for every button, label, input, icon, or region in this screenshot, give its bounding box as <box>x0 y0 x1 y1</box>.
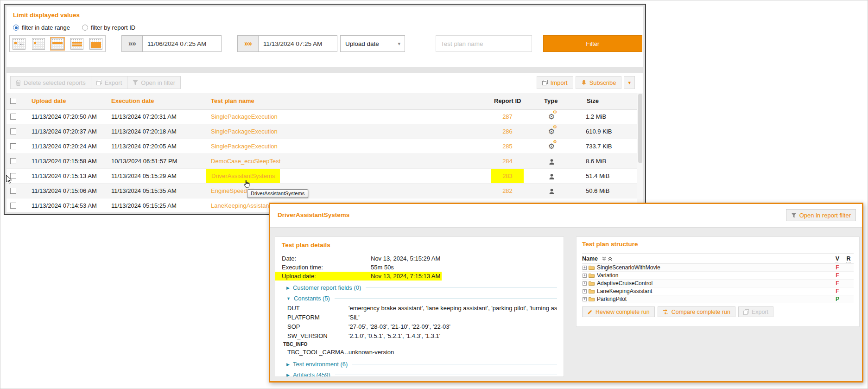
cell-upload-date: 11/13/2024 07:15:13 AM <box>32 169 97 183</box>
expand-node-icon[interactable]: + <box>583 289 587 293</box>
filter-button[interactable]: Filter <box>543 35 642 52</box>
cell-upload-date: 11/13/2024 07:14:53 AM <box>32 198 97 212</box>
section-label: Constants (5) <box>294 295 330 302</box>
triangle-down-icon: ▼ <box>286 296 291 301</box>
calendar-day-icon[interactable] <box>32 38 45 50</box>
import-button[interactable]: Import <box>537 76 573 89</box>
subscribe-menu-button[interactable]: ▾ <box>624 76 635 89</box>
cell-test-plan-link[interactable]: LaneKeepingAssistant <box>211 198 271 212</box>
section-toggle[interactable]: ▶Test environment (6) <box>286 361 557 368</box>
section-toggle[interactable]: ▶Customer report fields (0) <box>286 284 557 291</box>
triangle-right-icon: ▶ <box>286 286 290 290</box>
tree-node-name[interactable]: AdaptiveCruiseControl <box>597 280 831 287</box>
cell-size: 1.2 MiB <box>586 109 606 124</box>
funnel-icon <box>791 212 797 218</box>
delete-selected-reports-button[interactable]: Delete selected reports <box>10 76 91 89</box>
import-label: Import <box>551 79 568 86</box>
expand-node-icon[interactable]: + <box>583 297 587 301</box>
cell-report-id-link[interactable]: 282 <box>491 184 524 198</box>
date-field-value: Upload date <box>345 40 379 47</box>
column-header-upload-date[interactable]: Upload date <box>32 93 66 109</box>
date-from-value: 11/06/2024 07:25 AM <box>147 40 206 47</box>
export-button[interactable]: Export <box>91 76 128 89</box>
constant-name: TBC_INFO <box>282 341 308 348</box>
date-to-step-button[interactable]: »» <box>237 35 259 52</box>
expand-node-icon[interactable]: + <box>583 274 587 278</box>
gear-icon: ⚙⚙ <box>548 139 555 153</box>
table-row: 11/13/2024 07:15:13 AM11/13/2024 05:15:2… <box>6 169 637 184</box>
cell-execution-date: 11/13/2024 05:15:29 AM <box>111 169 177 183</box>
scrollbar-thumb[interactable] <box>638 94 642 163</box>
test-plan-name-placeholder: Test plan name <box>441 40 483 47</box>
screenshot-root: Limit displayed values filter in date ra… <box>0 0 868 389</box>
cell-test-plan-link[interactable]: SinglePackageExecution <box>211 109 278 124</box>
row-checkbox[interactable] <box>10 203 16 209</box>
calendar-month-icon[interactable] <box>89 38 102 50</box>
filter-controls: ← »» 11/06/2024 07:25 AM »» 11/13/2024 0… <box>6 35 643 52</box>
structure-title: Test plan structure <box>582 241 854 248</box>
detail-label: Execution time: <box>282 263 371 272</box>
calendar-two-week-icon[interactable] <box>70 38 83 50</box>
table-toolbar-right: Import Subscribe ▾ <box>537 76 635 89</box>
date-from-step-button[interactable]: »» <box>121 35 143 52</box>
row-checkbox[interactable] <box>10 114 16 120</box>
date-from-input[interactable]: 11/06/2024 07:25 AM <box>143 35 222 52</box>
cell-test-plan-link[interactable]: SinglePackageExecution <box>211 124 278 139</box>
calendar-back-icon[interactable]: ← <box>13 38 25 50</box>
cell-report-id-link[interactable]: 283 <box>491 169 524 183</box>
constant-name: SW_VERSION <box>282 332 348 341</box>
section-toggle[interactable]: ▼Constants (5) <box>286 295 557 302</box>
column-header-test-plan-name[interactable]: Test plan name <box>211 93 254 109</box>
row-checkbox[interactable] <box>10 143 16 149</box>
table-row: 11/13/2024 07:20:50 AM11/13/2024 07:20:3… <box>6 109 637 124</box>
cell-size: 51.4 MiB <box>586 169 609 183</box>
date-from-group: »» 11/06/2024 07:25 AM <box>121 35 222 52</box>
calendar-week-icon[interactable] <box>51 38 64 50</box>
expand-all-icon[interactable] <box>602 256 606 261</box>
collapse-all-icon[interactable] <box>608 256 612 261</box>
cell-report-id-link[interactable]: 284 <box>491 154 524 168</box>
tree-node-name[interactable]: SingleScenarioWithMovie <box>597 264 831 271</box>
section-toggle[interactable]: ▶Artifacts (459) <box>286 371 557 377</box>
cell-report-id-link[interactable]: 285 <box>491 139 524 153</box>
tree-row: +SingleScenarioWithMovieF <box>582 264 854 272</box>
table-scrollbar[interactable] <box>637 93 643 212</box>
date-to-input[interactable]: 11/13/2024 07:25 AM <box>259 35 337 52</box>
triangle-right-icon: ▶ <box>286 362 290 367</box>
column-header-execution-date[interactable]: Execution date <box>111 93 154 109</box>
row-checkbox[interactable] <box>10 188 16 194</box>
compare-complete-run-button[interactable]: Compare complete run <box>658 306 735 317</box>
caret-down-icon: ▾ <box>398 41 400 47</box>
open-in-report-filter-button[interactable]: Open in report filter <box>786 209 856 221</box>
expand-node-icon[interactable]: + <box>583 281 587 286</box>
open-in-filter-button[interactable]: Open in filter <box>127 76 181 89</box>
expand-node-icon[interactable]: + <box>583 266 587 270</box>
review-complete-run-button[interactable]: Review complete run <box>582 306 655 317</box>
tree-node-name[interactable]: ParkingPilot <box>597 296 831 302</box>
tree-verdict-header[interactable]: V <box>831 255 843 262</box>
tree-review-header[interactable]: R <box>843 255 854 262</box>
tree-verdict: P <box>831 296 843 302</box>
button-label: Review complete run <box>596 309 650 315</box>
select-all-checkbox[interactable] <box>10 98 16 104</box>
radio-selected-icon[interactable] <box>13 25 19 31</box>
radio-unselected-icon[interactable] <box>82 25 88 31</box>
test-plan-structure-card: Test plan structure Name V R +SingleScen… <box>576 236 860 327</box>
cell-test-plan-link[interactable]: SinglePackageExecution <box>211 139 278 153</box>
row-checkbox[interactable] <box>10 158 16 164</box>
test-plan-name-input[interactable]: Test plan name <box>436 35 532 52</box>
cell-report-id-link[interactable]: 286 <box>491 124 524 139</box>
cell-execution-date: 11/13/2024 07:20:31 AM <box>111 109 177 124</box>
cell-test-plan-link[interactable]: DemoCase_ecuSleepTest <box>211 154 280 168</box>
radio-option-date-range[interactable]: filter in date range <box>13 24 70 31</box>
tree-node-name[interactable]: Variation <box>597 272 831 279</box>
radio-option-report-id[interactable]: filter by report ID <box>82 24 135 31</box>
cell-upload-date: 11/13/2024 07:15:06 AM <box>32 184 97 198</box>
constant-value: '27-05', '28-03', '21-10', '22-09', '22-… <box>348 322 557 332</box>
subscribe-button[interactable]: Subscribe <box>576 76 622 89</box>
tree-node-name[interactable]: LaneKeepingAssistant <box>597 288 831 294</box>
chevrons-icon: »» <box>128 39 136 48</box>
cell-report-id-link[interactable]: 287 <box>491 109 524 124</box>
date-field-select[interactable]: Upload date ▾ <box>340 35 405 52</box>
row-checkbox[interactable] <box>10 128 16 134</box>
